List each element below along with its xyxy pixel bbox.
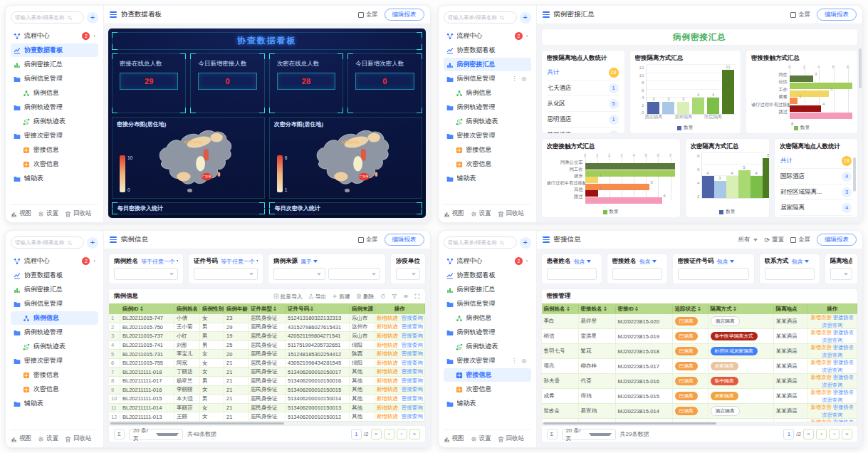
contact-query-link[interactable]: 密接查询 <box>402 350 423 358</box>
column-header[interactable]: 追踪状态 <box>673 306 708 313</box>
list-item[interactable]: 从化区5 <box>547 96 619 112</box>
sidebar-item-process-center[interactable]: 流程中心2› <box>444 29 531 43</box>
filter-input[interactable] <box>612 268 662 280</box>
column-header[interactable]: 病例姓名 <box>174 306 200 313</box>
contact-assist-link[interactable]: 密接协查 <box>833 359 854 365</box>
filter-operator[interactable]: 包含 <box>639 258 657 266</box>
page-size-select[interactable]: 20 条/页 <box>562 429 616 440</box>
add-subcontact-link[interactable]: 新增次密 <box>811 314 832 321</box>
page-size-select[interactable]: 20 条/页 <box>129 429 183 440</box>
list-item[interactable]: 封控区域隔离...3 <box>780 184 852 200</box>
footer-settings-button[interactable]: 设置 <box>38 209 58 218</box>
contact-query-link[interactable]: 密接查询 <box>402 386 423 393</box>
filter-select[interactable] <box>114 268 178 280</box>
sidebar-item-close-mgmt[interactable]: 密接次密管理⋮ ◎ <box>444 354 531 368</box>
sidebar-item-process-center[interactable]: 流程中心2› <box>11 29 98 43</box>
subcontact-query-link[interactable]: 次密查询 <box>822 397 842 404</box>
add-subcontact-link[interactable]: 新增次密 <box>811 359 832 365</box>
sidebar-item-track-mgmt[interactable]: 病例轨迹管理 <box>444 100 531 114</box>
sidebar-item-process-center[interactable]: 流程中心2› <box>11 254 98 268</box>
item-hover-actions[interactable]: ⋮ ◎ <box>511 76 528 82</box>
sidebar-item-aux[interactable]: 辅助表 <box>11 397 98 410</box>
subcontact-query-link[interactable]: 次密查询 <box>822 412 842 419</box>
sidebar-item-close-mgmt[interactable]: 密接次密管理 <box>444 129 531 142</box>
filter-input[interactable] <box>678 268 749 280</box>
column-header[interactable]: 病例年龄 <box>224 306 249 313</box>
eye-button[interactable] <box>403 293 409 299</box>
sidebar-item-summary[interactable]: 病例密接汇总 <box>444 58 531 71</box>
footer-settings-button[interactable]: 设置 <box>38 434 58 443</box>
first-page-button[interactable]: « <box>803 429 814 439</box>
filter-operator[interactable]: 属于 <box>300 258 318 266</box>
refresh-button[interactable] <box>380 293 386 299</box>
menu-icon[interactable] <box>543 10 550 19</box>
filter-input[interactable] <box>547 268 597 280</box>
add-track-link[interactable]: 新增轨迹 <box>377 333 398 340</box>
contact-assist-link[interactable]: 密接协查 <box>833 404 854 410</box>
menu-icon[interactable] <box>110 235 117 244</box>
column-header[interactable]: 隔离方式 <box>708 306 774 313</box>
column-header[interactable]: 病例性别 <box>200 306 224 313</box>
summary-toggle-button[interactable]: Σ <box>114 429 125 439</box>
contact-query-link[interactable]: 密接查询 <box>402 333 423 340</box>
contact-query-link[interactable]: 密接查询 <box>402 378 423 385</box>
fullscreen-button[interactable]: 全屏 <box>358 236 378 244</box>
horizontal-scrollbar[interactable] <box>109 422 425 425</box>
sidebar-item-case-info[interactable]: 病例信息 <box>444 311 531 325</box>
list-item[interactable]: 思明酒店1 <box>547 112 619 127</box>
contact-query-link[interactable]: 密接查询 <box>402 342 423 349</box>
sidebar-item-case-mgmt[interactable]: 病例信息管理⋮ ◎ <box>444 72 531 85</box>
edit-report-button[interactable]: 编辑报表 <box>817 9 857 21</box>
sidebar-item-case-info[interactable]: 病例信息 <box>11 86 98 100</box>
add-subcontact-link[interactable]: 新增次密 <box>811 374 832 380</box>
filter-select[interactable] <box>328 268 380 280</box>
delete-button[interactable]: 删除 <box>356 293 375 301</box>
fullscreen-button[interactable]: 全屏 <box>790 236 810 244</box>
contact-assist-link[interactable]: 密接协查 <box>833 329 854 335</box>
sidebar-item-summary[interactable]: 病例密接汇总 <box>11 58 98 71</box>
add-subcontact-link[interactable]: 新增次密 <box>811 389 832 395</box>
add-track-link[interactable]: 新增轨迹 <box>377 315 398 322</box>
list-scrollbar[interactable] <box>853 157 856 192</box>
filter-select[interactable] <box>273 268 325 280</box>
edit-report-button[interactable]: 编辑报表 <box>817 234 857 246</box>
subcontact-query-link[interactable]: 次密查询 <box>822 352 842 359</box>
sidebar-item-dashboard[interactable]: 协查数据看板 <box>444 269 531 282</box>
contact-query-link[interactable]: 密接查询 <box>402 405 423 412</box>
sidebar-item-contact-info[interactable]: 密接信息 <box>444 368 531 382</box>
list-item-total[interactable]: 共计28 <box>780 153 852 169</box>
sidebar-search-input[interactable]: 请输入表单/报表名称 <box>444 236 517 249</box>
footer-views-button[interactable]: 视图 <box>11 209 31 218</box>
sidebar-search-input[interactable]: 请输入表单/报表名称 <box>11 11 84 24</box>
sidebar-item-subclose-info[interactable]: 次密信息 <box>444 157 531 171</box>
column-header[interactable]: 病例ID <box>120 306 174 313</box>
sidebar-item-subclose-info[interactable]: 次密信息 <box>11 382 98 396</box>
horizontal-scrollbar[interactable] <box>542 422 858 425</box>
sidebar-item-contact-info[interactable]: 密接信息 <box>444 143 531 157</box>
list-item[interactable]: 国际酒店4 <box>780 169 852 184</box>
sidebar-item-track-table[interactable]: 病例轨迹表 <box>444 115 531 128</box>
filter-operator[interactable]: 等于任意一个 <box>221 258 258 266</box>
add-track-link[interactable]: 新增轨迹 <box>377 350 398 358</box>
sidebar-item-contact-info[interactable]: 密接信息 <box>11 143 98 157</box>
menu-icon[interactable] <box>543 235 550 244</box>
sidebar-item-case-mgmt[interactable]: 病例信息管理 <box>444 297 531 311</box>
sidebar-item-close-mgmt[interactable]: 密接次密管理 <box>11 354 98 368</box>
column-header[interactable]: 证件号码 <box>286 306 350 313</box>
filter-operator[interactable]: 包含 <box>574 258 591 266</box>
sidebar-item-aux[interactable]: 辅助表 <box>444 172 531 185</box>
subcontact-query-link[interactable]: 次密查询 <box>822 382 842 389</box>
list-item[interactable]: 某某酒店21 <box>547 127 619 134</box>
sidebar-item-aux[interactable]: 辅助表 <box>11 172 98 185</box>
edit-report-button[interactable]: 编辑报表 <box>385 234 424 246</box>
add-track-link[interactable]: 新增轨迹 <box>377 342 398 349</box>
sidebar-item-track-mgmt[interactable]: 病例轨迹管理 <box>11 100 98 114</box>
export-button[interactable]: 导出 <box>308 293 327 301</box>
filter-input[interactable] <box>765 268 815 280</box>
add-form-button[interactable]: + <box>87 12 98 24</box>
column-header[interactable]: 密接ID <box>616 306 673 313</box>
scope-select[interactable]: 所有 <box>738 236 758 244</box>
last-page-button[interactable]: » <box>409 429 420 439</box>
subcontact-query-link[interactable]: 次密查询 <box>822 337 842 344</box>
filter-operator[interactable]: 包含 <box>792 258 809 266</box>
